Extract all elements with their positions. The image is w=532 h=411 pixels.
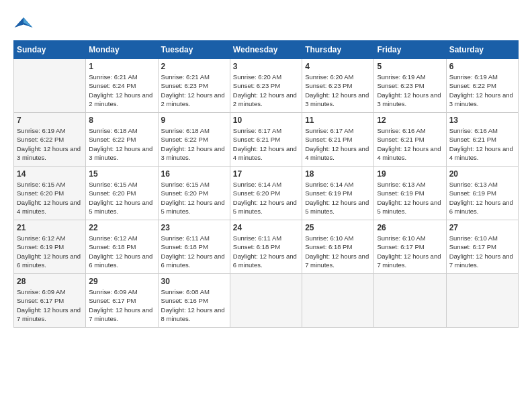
calendar-cell: 16Sunrise: 6:15 AMSunset: 6:20 PMDayligh…	[158, 167, 230, 220]
day-number: 11	[305, 116, 371, 125]
calendar-cell: 6Sunrise: 6:19 AMSunset: 6:22 PMDaylight…	[446, 59, 518, 113]
calendar-cell: 21Sunrise: 6:12 AMSunset: 6:19 PMDayligh…	[14, 220, 86, 274]
cell-info: Sunrise: 6:19 AMSunset: 6:22 PMDaylight:…	[17, 127, 81, 161]
cell-info: Sunrise: 6:18 AMSunset: 6:22 PMDaylight:…	[89, 127, 152, 161]
calendar-week-1: 1Sunrise: 6:21 AMSunset: 6:24 PMDaylight…	[14, 59, 519, 113]
calendar-cell: 18Sunrise: 6:14 AMSunset: 6:19 PMDayligh…	[302, 167, 374, 220]
cell-info: Sunrise: 6:13 AMSunset: 6:19 PMDaylight:…	[377, 181, 441, 215]
day-number: 23	[161, 223, 227, 232]
cell-info: Sunrise: 6:18 AMSunset: 6:22 PMDaylight:…	[161, 127, 225, 161]
calendar-cell: 9Sunrise: 6:18 AMSunset: 6:22 PMDaylight…	[158, 113, 230, 167]
cell-info: Sunrise: 6:08 AMSunset: 6:16 PMDaylight:…	[161, 288, 225, 322]
cell-info: Sunrise: 6:20 AMSunset: 6:23 PMDaylight:…	[233, 73, 297, 107]
calendar-cell: 17Sunrise: 6:14 AMSunset: 6:20 PMDayligh…	[230, 167, 302, 220]
cell-info: Sunrise: 6:10 AMSunset: 6:17 PMDaylight:…	[449, 234, 513, 269]
cell-info: Sunrise: 6:21 AMSunset: 6:24 PMDaylight:…	[89, 73, 152, 107]
calendar-cell	[302, 274, 374, 328]
calendar-cell: 19Sunrise: 6:13 AMSunset: 6:19 PMDayligh…	[374, 167, 446, 220]
day-header-tuesday: Tuesday	[158, 41, 230, 59]
calendar-week-2: 7Sunrise: 6:19 AMSunset: 6:22 PMDaylight…	[14, 113, 519, 167]
calendar-cell: 8Sunrise: 6:18 AMSunset: 6:22 PMDaylight…	[86, 113, 158, 167]
calendar-cell: 5Sunrise: 6:19 AMSunset: 6:23 PMDaylight…	[374, 59, 446, 113]
cell-info: Sunrise: 6:12 AMSunset: 6:19 PMDaylight:…	[17, 234, 81, 269]
page-header	[13, 13, 519, 34]
day-number: 17	[233, 169, 299, 179]
cell-info: Sunrise: 6:17 AMSunset: 6:21 PMDaylight:…	[305, 127, 369, 161]
calendar-cell: 23Sunrise: 6:11 AMSunset: 6:18 PMDayligh…	[158, 220, 230, 274]
calendar-cell: 30Sunrise: 6:08 AMSunset: 6:16 PMDayligh…	[158, 274, 230, 328]
cell-info: Sunrise: 6:09 AMSunset: 6:17 PMDaylight:…	[17, 288, 81, 322]
calendar-cell: 1Sunrise: 6:21 AMSunset: 6:24 PMDaylight…	[86, 59, 158, 113]
calendar-cell: 2Sunrise: 6:21 AMSunset: 6:23 PMDaylight…	[158, 59, 230, 113]
day-number: 16	[161, 169, 227, 179]
cell-info: Sunrise: 6:16 AMSunset: 6:21 PMDaylight:…	[449, 127, 513, 161]
cell-info: Sunrise: 6:13 AMSunset: 6:19 PMDaylight:…	[449, 181, 513, 215]
day-number: 1	[89, 62, 154, 71]
calendar-cell: 29Sunrise: 6:09 AMSunset: 6:17 PMDayligh…	[86, 274, 158, 328]
calendar-cell	[230, 274, 302, 328]
cell-info: Sunrise: 6:11 AMSunset: 6:18 PMDaylight:…	[161, 234, 225, 269]
cell-info: Sunrise: 6:14 AMSunset: 6:19 PMDaylight:…	[305, 181, 369, 215]
day-number: 9	[161, 116, 227, 125]
calendar-cell: 25Sunrise: 6:10 AMSunset: 6:18 PMDayligh…	[302, 220, 374, 274]
day-header-thursday: Thursday	[302, 41, 374, 59]
cell-info: Sunrise: 6:15 AMSunset: 6:20 PMDaylight:…	[161, 181, 225, 215]
day-number: 24	[233, 223, 299, 232]
cell-info: Sunrise: 6:16 AMSunset: 6:21 PMDaylight:…	[377, 127, 441, 161]
calendar-header-row: SundayMondayTuesdayWednesdayThursdayFrid…	[14, 41, 519, 59]
day-number: 6	[449, 62, 515, 71]
day-number: 5	[377, 62, 443, 71]
calendar-week-4: 21Sunrise: 6:12 AMSunset: 6:19 PMDayligh…	[14, 220, 519, 274]
day-number: 20	[449, 169, 515, 179]
calendar-cell: 4Sunrise: 6:20 AMSunset: 6:23 PMDaylight…	[302, 59, 374, 113]
day-number: 29	[89, 277, 154, 286]
calendar-body: 1Sunrise: 6:21 AMSunset: 6:24 PMDaylight…	[14, 59, 519, 328]
day-number: 22	[89, 223, 154, 232]
calendar-cell: 10Sunrise: 6:17 AMSunset: 6:21 PMDayligh…	[230, 113, 302, 167]
day-number: 26	[377, 223, 443, 232]
day-number: 18	[305, 169, 371, 179]
calendar-cell: 11Sunrise: 6:17 AMSunset: 6:21 PMDayligh…	[302, 113, 374, 167]
cell-info: Sunrise: 6:12 AMSunset: 6:18 PMDaylight:…	[89, 234, 152, 269]
calendar-table: SundayMondayTuesdayWednesdayThursdayFrid…	[13, 40, 519, 328]
day-number: 2	[161, 62, 227, 71]
cell-info: Sunrise: 6:15 AMSunset: 6:20 PMDaylight:…	[17, 181, 81, 215]
calendar-cell: 14Sunrise: 6:15 AMSunset: 6:20 PMDayligh…	[14, 167, 86, 220]
day-header-monday: Monday	[86, 41, 158, 59]
cell-info: Sunrise: 6:10 AMSunset: 6:18 PMDaylight:…	[305, 234, 369, 269]
cell-info: Sunrise: 6:09 AMSunset: 6:17 PMDaylight:…	[89, 288, 152, 322]
cell-info: Sunrise: 6:20 AMSunset: 6:23 PMDaylight:…	[305, 73, 369, 107]
calendar-week-3: 14Sunrise: 6:15 AMSunset: 6:20 PMDayligh…	[14, 167, 519, 220]
day-header-saturday: Saturday	[446, 41, 518, 59]
calendar-cell: 24Sunrise: 6:11 AMSunset: 6:18 PMDayligh…	[230, 220, 302, 274]
day-number: 7	[17, 116, 83, 125]
cell-info: Sunrise: 6:17 AMSunset: 6:21 PMDaylight:…	[233, 127, 297, 161]
calendar-cell	[374, 274, 446, 328]
calendar-week-5: 28Sunrise: 6:09 AMSunset: 6:17 PMDayligh…	[14, 274, 519, 328]
day-number: 13	[449, 116, 515, 125]
day-number: 10	[233, 116, 299, 125]
cell-info: Sunrise: 6:10 AMSunset: 6:17 PMDaylight:…	[377, 234, 441, 269]
calendar-cell: 26Sunrise: 6:10 AMSunset: 6:17 PMDayligh…	[374, 220, 446, 274]
calendar-cell: 12Sunrise: 6:16 AMSunset: 6:21 PMDayligh…	[374, 113, 446, 167]
day-number: 4	[305, 62, 371, 71]
day-number: 15	[89, 169, 154, 179]
day-header-friday: Friday	[374, 41, 446, 59]
calendar-cell: 7Sunrise: 6:19 AMSunset: 6:22 PMDaylight…	[14, 113, 86, 167]
calendar-cell: 27Sunrise: 6:10 AMSunset: 6:17 PMDayligh…	[446, 220, 518, 274]
calendar-cell: 3Sunrise: 6:20 AMSunset: 6:23 PMDaylight…	[230, 59, 302, 113]
cell-info: Sunrise: 6:14 AMSunset: 6:20 PMDaylight:…	[233, 181, 297, 215]
calendar-cell	[14, 59, 86, 113]
day-number: 21	[17, 223, 83, 232]
day-number: 14	[17, 169, 83, 179]
cell-info: Sunrise: 6:19 AMSunset: 6:23 PMDaylight:…	[377, 73, 441, 107]
day-number: 3	[233, 62, 299, 71]
cell-info: Sunrise: 6:11 AMSunset: 6:18 PMDaylight:…	[233, 234, 297, 269]
cell-info: Sunrise: 6:21 AMSunset: 6:23 PMDaylight:…	[161, 73, 225, 107]
day-number: 12	[377, 116, 443, 125]
calendar-cell: 22Sunrise: 6:12 AMSunset: 6:18 PMDayligh…	[86, 220, 158, 274]
day-number: 30	[161, 277, 227, 286]
day-header-wednesday: Wednesday	[230, 41, 302, 59]
cell-info: Sunrise: 6:15 AMSunset: 6:20 PMDaylight:…	[89, 181, 152, 215]
logo	[13, 13, 36, 34]
